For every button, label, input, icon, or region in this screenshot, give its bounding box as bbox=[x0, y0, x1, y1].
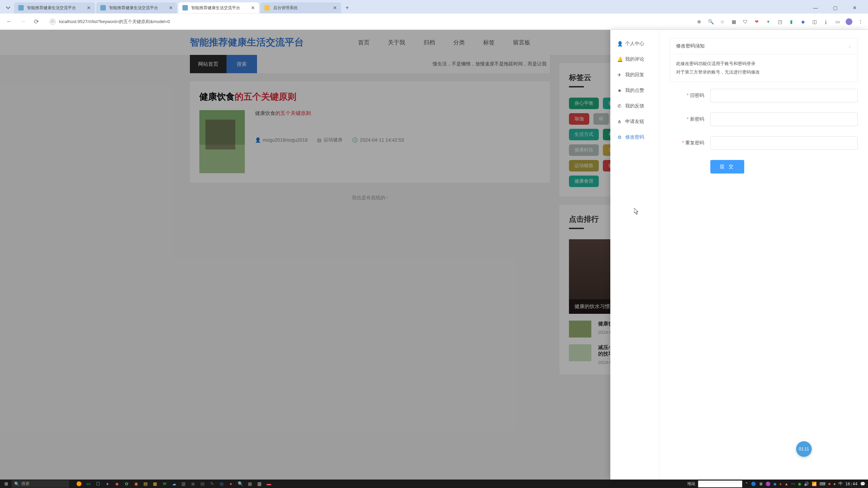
extension-icon[interactable]: ◳ bbox=[776, 18, 783, 25]
taskbar-app-icon[interactable]: ▥ bbox=[256, 480, 263, 488]
menu-icon[interactable]: ⋮ bbox=[857, 18, 864, 25]
taskbar-app-icon[interactable]: ◉ bbox=[132, 480, 140, 488]
forward-button[interactable]: → bbox=[18, 17, 28, 27]
new-password-input[interactable] bbox=[710, 113, 858, 126]
taskbar-app-icon[interactable]: ● bbox=[104, 480, 111, 488]
tab-title: 智能推荐健康生活交流平台 bbox=[191, 5, 240, 11]
tray-clock[interactable]: 16:44 bbox=[845, 482, 857, 486]
browser-tab-active[interactable]: 智能推荐健康生活交流平台 ✕ bbox=[178, 2, 259, 13]
menu-icon: ✆ bbox=[617, 103, 622, 109]
taskbar-app-icon[interactable]: ✎ bbox=[208, 480, 216, 488]
tray-icon[interactable]: 中 bbox=[839, 481, 843, 487]
reload-button[interactable]: ⟳ bbox=[31, 17, 41, 27]
browser-tab[interactable]: 智能推荐健康生活交流平台 ✕ bbox=[14, 2, 95, 13]
taskbar-app-icon[interactable]: ▤ bbox=[142, 480, 149, 488]
favicon-icon bbox=[100, 5, 106, 11]
submit-button[interactable]: 提 交 bbox=[710, 160, 744, 174]
favicon-icon bbox=[182, 5, 188, 11]
taskbar-app-icon[interactable]: ◎ bbox=[218, 480, 225, 488]
extension-icon[interactable]: 🛡 bbox=[742, 18, 749, 25]
tray-icon[interactable]: ● bbox=[833, 482, 836, 486]
tray-notifications-icon[interactable]: 💬 bbox=[860, 482, 865, 486]
taskbar-app-icon[interactable]: ▭ bbox=[85, 480, 92, 488]
taskbar-app-icon[interactable]: ▥ bbox=[180, 480, 187, 488]
extension-icon[interactable]: ⊕ bbox=[696, 18, 703, 25]
tray-icon[interactable]: 🔵 bbox=[751, 482, 756, 486]
site-info-icon[interactable]: ⓘ bbox=[50, 19, 56, 25]
chevron-down-icon: ⌄ bbox=[848, 44, 851, 48]
drawer-nav-item[interactable]: 🔔我的评论 bbox=[610, 52, 659, 67]
taskbar-app-icon[interactable]: ✿ bbox=[123, 480, 130, 488]
drawer-nav-item[interactable]: ⚙修改密码 bbox=[610, 129, 659, 145]
taskbar-app-icon[interactable]: ▦ bbox=[151, 480, 159, 488]
menu-icon: ⚙ bbox=[617, 135, 622, 140]
repeat-password-input[interactable] bbox=[710, 136, 858, 150]
tray-icon[interactable]: ⋯ bbox=[791, 482, 795, 486]
taskbar-app-icon[interactable]: ✉ bbox=[161, 480, 168, 488]
taskbar-app-icon[interactable]: ◆ bbox=[113, 480, 121, 488]
tray-icon[interactable]: ▲ bbox=[784, 482, 788, 486]
bookmark-icon[interactable]: ☆ bbox=[719, 18, 726, 25]
tray-icon[interactable]: ◉ bbox=[798, 482, 801, 486]
tray-icon[interactable]: 🖥 bbox=[759, 482, 763, 486]
close-icon[interactable]: ✕ bbox=[251, 5, 255, 11]
notice-title: 修改密码须知 bbox=[676, 43, 705, 49]
tab-title: 智能推荐健康生活交流平台 bbox=[27, 5, 76, 11]
extension-icon[interactable]: ▭ bbox=[834, 18, 841, 25]
taskbar-app-icon[interactable]: ☐ bbox=[94, 480, 102, 488]
tray-icon[interactable]: ⌨ bbox=[820, 482, 825, 486]
chatbot-bubble[interactable]: 01:11 bbox=[796, 441, 812, 457]
notice-body: 此修改密码功能仅适用于账号和密码登录 对于第三方登录的账号，无法进行密码修改 bbox=[670, 54, 857, 82]
taskbar-app-icon[interactable]: ▦ bbox=[246, 480, 254, 488]
new-tab-button[interactable]: + bbox=[342, 3, 352, 13]
minimize-button[interactable]: — bbox=[810, 5, 821, 11]
tray-icon[interactable]: ● bbox=[779, 482, 782, 486]
browser-tab[interactable]: 智能推荐健康生活交流平台 ✕ bbox=[96, 2, 177, 13]
tray-chevron-icon[interactable]: ⌃ bbox=[745, 482, 748, 486]
profile-avatar-icon[interactable] bbox=[846, 18, 852, 25]
taskbar-app-icon[interactable]: ● bbox=[227, 480, 235, 488]
tray-icon[interactable]: 🔊 bbox=[804, 482, 809, 486]
taskbar-app-icon[interactable]: ▤ bbox=[199, 480, 206, 488]
drawer-nav-item[interactable]: 👤个人中心 bbox=[610, 36, 659, 52]
menu-icon: ⋔ bbox=[617, 119, 622, 124]
drawer-nav-item[interactable]: ⋔申请友链 bbox=[610, 114, 659, 129]
extension-icon[interactable]: ◫ bbox=[811, 18, 818, 25]
taskbar-search[interactable]: 🔍 搜索 bbox=[12, 480, 69, 488]
tab-search-button[interactable] bbox=[3, 3, 13, 13]
zoom-icon[interactable]: 🔍 bbox=[707, 18, 714, 25]
tray-icon[interactable]: 🟣 bbox=[766, 482, 771, 486]
browser-tab[interactable]: 后台管理系统 ✕ bbox=[260, 2, 341, 13]
tray-icon[interactable]: ◆ bbox=[773, 482, 776, 486]
extension-icon[interactable]: ❤ bbox=[753, 18, 760, 25]
close-icon[interactable]: ✕ bbox=[87, 5, 91, 11]
taskbar-app-icon[interactable]: ▬ bbox=[265, 480, 273, 488]
menu-label: 个人中心 bbox=[625, 41, 644, 47]
tray-icon[interactable]: ■ bbox=[828, 482, 830, 486]
extension-icon[interactable]: ▮ bbox=[788, 18, 795, 25]
notice-panel: 修改密码须知 ⌄ 此修改密码功能仅适用于账号和密码登录 对于第三方登录的账号，无… bbox=[670, 38, 858, 82]
extension-icon[interactable]: ◆ bbox=[800, 18, 806, 25]
downloads-icon[interactable]: ⭳ bbox=[823, 18, 829, 25]
close-window-button[interactable]: ✕ bbox=[850, 5, 860, 11]
taskbar-app-icon[interactable]: ▣ bbox=[189, 480, 197, 488]
extension-icon[interactable]: ▦ bbox=[730, 18, 737, 25]
close-icon[interactable]: ✕ bbox=[169, 5, 173, 11]
start-button[interactable]: ⊞ bbox=[3, 481, 9, 487]
taskbar-app-icon[interactable]: ☁ bbox=[170, 480, 178, 488]
back-button[interactable]: ← bbox=[4, 17, 14, 27]
tray-address-input[interactable] bbox=[698, 481, 742, 487]
notice-panel-header[interactable]: 修改密码须知 ⌄ bbox=[670, 38, 857, 54]
taskbar-app-icon[interactable]: 🟠 bbox=[75, 480, 83, 488]
drawer-nav: 👤个人中心🔔我的评论✈我的回复★我的点赞✆我的反馈⋔申请友链⚙修改密码 bbox=[610, 30, 659, 480]
extension-icon[interactable]: ✦ bbox=[765, 18, 772, 25]
old-password-input[interactable] bbox=[710, 89, 858, 102]
maximize-button[interactable]: ▢ bbox=[830, 5, 840, 11]
drawer-nav-item[interactable]: ★我的点赞 bbox=[610, 83, 659, 98]
drawer-nav-item[interactable]: ✈我的回复 bbox=[610, 67, 659, 83]
address-bar[interactable]: ⓘ localhost:9527/#/list?keyword=的五个关键原则&… bbox=[45, 16, 692, 27]
taskbar-app-icon[interactable]: 🔍 bbox=[237, 480, 244, 488]
drawer-nav-item[interactable]: ✆我的反馈 bbox=[610, 98, 659, 114]
close-icon[interactable]: ✕ bbox=[333, 5, 337, 11]
tray-icon[interactable]: 📶 bbox=[812, 482, 817, 486]
